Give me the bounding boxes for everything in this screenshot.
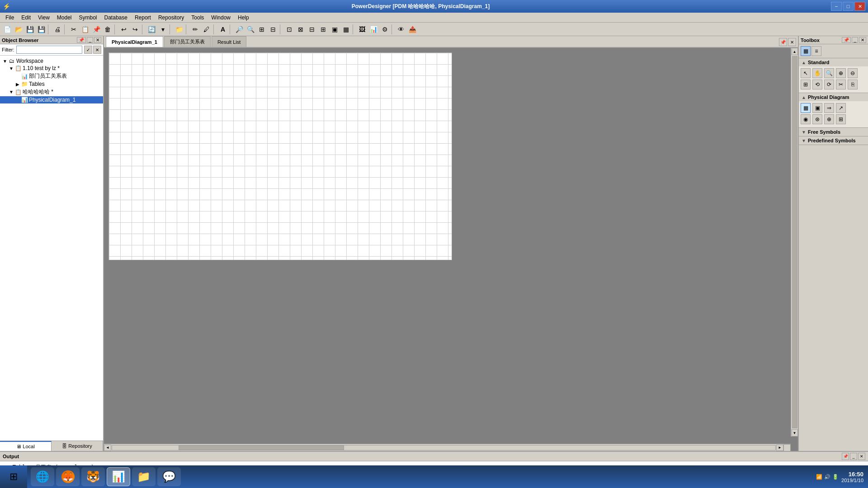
doc-tab-reldiagram[interactable]: 部门员工关系表 [164, 36, 211, 47]
toolbar-zoomout[interactable]: 🔍 [245, 24, 256, 34]
menu-help[interactable]: Help [234, 14, 253, 22]
doc-tab-resultlist[interactable]: Result List [212, 36, 246, 47]
toolbar-saveall[interactable]: 💾 [36, 24, 47, 34]
tool-zoom-plus[interactable]: ⊕ [836, 68, 846, 78]
tool-scissors[interactable]: ✂ [836, 80, 846, 89]
toolbar-redo[interactable]: ↪ [130, 24, 141, 34]
output-close-btn[interactable]: ✕ [858, 453, 865, 460]
tree-diagram-1[interactable]: 📊 部门员工关系表 [0, 72, 103, 80]
ob-tab-local[interactable]: 🖥 Local [0, 441, 52, 451]
ob-minimize-button[interactable]: _ [87, 37, 93, 43]
start-button[interactable]: ⊞ [0, 465, 27, 488]
vscroll-down-btn[interactable]: ▼ [792, 429, 798, 436]
toolbar-bold[interactable]: A [217, 24, 228, 34]
toolbar-save[interactable]: 💾 [24, 24, 35, 34]
output-pin-btn[interactable]: 📌 [842, 453, 849, 460]
ob-pin-button[interactable]: 📌 [77, 37, 86, 43]
tool-note[interactable]: ◉ [801, 114, 811, 124]
taskbar-app-navicat[interactable]: 🐯 [81, 467, 105, 486]
toolbar-cut[interactable]: ✂ [68, 24, 79, 34]
ob-filter-apply[interactable]: ✓ [84, 46, 92, 54]
doc-tab-physdiagram[interactable]: PhysicalDiagram_1 [106, 36, 163, 47]
hscroll-thumb[interactable] [179, 446, 344, 450]
toolbar-align-center[interactable]: ⊠ [295, 24, 306, 34]
taskbar-clock[interactable]: 16:50 2019/1/10 [841, 471, 863, 483]
tool-copy-view[interactable]: ⎘ [848, 80, 858, 89]
tool-link[interactable]: ↗ [836, 103, 846, 113]
ob-close-button[interactable]: ✕ [94, 37, 101, 43]
tool-ref[interactable]: ⇒ [824, 103, 834, 113]
toolbar-open2[interactable]: 📁 [174, 24, 184, 34]
toolbar-paste[interactable]: 📌 [91, 24, 102, 34]
toolbar-dropdown[interactable]: ▾ [157, 24, 168, 34]
toolbar-undo[interactable]: ↩ [118, 24, 129, 34]
expand-model-2[interactable]: ▼ [8, 89, 14, 95]
ob-tab-repository[interactable]: 🗄 Repository [52, 441, 103, 451]
toolbar-pen[interactable]: 🖊 [201, 24, 212, 34]
toolbar-preview[interactable]: 👁 [396, 24, 406, 34]
toolbox-min-btn[interactable]: _ [852, 37, 858, 43]
ob-filter-clear[interactable]: ✕ [93, 46, 101, 54]
taskbar-app-wechat[interactable]: 💬 [157, 467, 181, 486]
hscroll-right-btn[interactable]: ► [776, 445, 783, 451]
tool-zoom[interactable]: 🔍 [824, 68, 834, 78]
toolbar-refresh[interactable]: 🔄 [146, 24, 157, 34]
menu-symbol[interactable]: Symbol [75, 14, 101, 22]
toolbar-open[interactable]: 📂 [13, 24, 24, 34]
toolbar-chart[interactable]: 📊 [368, 24, 379, 34]
tool-rotate-right[interactable]: ⟳ [824, 80, 834, 89]
tool-rotate-left[interactable]: ⟲ [812, 80, 822, 89]
toolbar-zoomin[interactable]: 🔎 [234, 24, 245, 34]
menu-window[interactable]: Window [208, 14, 234, 22]
taskbar-app-chrome[interactable]: 🌐 [31, 467, 54, 486]
tool-table[interactable]: ▦ [801, 103, 811, 113]
menu-view[interactable]: View [34, 14, 53, 22]
tool-paste-view[interactable]: ⊞ [801, 80, 811, 89]
tree-model-1[interactable]: ▼ 📋 1.10 test by lz * [0, 65, 103, 72]
expand-workspace[interactable]: ▼ [2, 58, 8, 64]
tool-pointer[interactable]: ↖ [801, 68, 811, 78]
toolbox-predefsym-header[interactable]: ▼ Predefined Symbols [799, 136, 868, 145]
menu-database[interactable]: Database [101, 14, 131, 22]
toolbox-freesym-header[interactable]: ▼ Free Symbols [799, 128, 868, 136]
tree-physdiagram-1[interactable]: 📊 PhysicalDiagram_1 [0, 96, 103, 103]
toolbox-close-btn[interactable]: ✕ [859, 37, 866, 43]
taskbar-app-powerdesigner[interactable]: 📊 [107, 467, 130, 486]
hscroll-left-btn[interactable]: ◄ [104, 445, 111, 451]
toolbar-img[interactable]: 🖼 [357, 24, 368, 34]
toolbar-align-right[interactable]: ⊟ [307, 24, 317, 34]
toolbar-export[interactable]: 📤 [407, 24, 418, 34]
tool-text[interactable]: ⊛ [812, 114, 822, 124]
expand-model-1[interactable]: ▼ [8, 65, 14, 71]
tool-box[interactable]: ⊕ [824, 114, 834, 124]
doc-pin-btn[interactable]: 📌 [779, 38, 787, 46]
menu-model[interactable]: Model [53, 14, 75, 22]
tool-rect[interactable]: ⊞ [836, 114, 846, 124]
close-button[interactable]: ✕ [854, 2, 865, 11]
tree-workspace[interactable]: ▼ 🗂 Workspace [0, 57, 103, 65]
tree-tables[interactable]: ▶ 📁 Tables [0, 80, 103, 88]
canvas-area[interactable]: ▲ ▼ ◄ ► [104, 48, 798, 451]
taskbar-app-firefox[interactable]: 🦊 [56, 467, 80, 486]
menu-tools[interactable]: Tools [188, 14, 208, 22]
menu-edit[interactable]: Edit [18, 14, 34, 22]
taskbar-app-explorer[interactable]: 📁 [132, 467, 156, 486]
toolbar-zoom-sel[interactable]: ⊟ [268, 24, 278, 34]
tool-view[interactable]: ▣ [812, 103, 822, 113]
toolbar-copy[interactable]: 📋 [80, 24, 90, 34]
toolbox-list-view-btn[interactable]: ≡ [811, 46, 821, 56]
vscroll-thumb[interactable] [792, 56, 797, 428]
toolbox-pin-btn[interactable]: 📌 [842, 37, 851, 43]
toolbar-delete[interactable]: 🗑 [102, 24, 113, 34]
toolbar-pencil[interactable]: ✏ [190, 24, 201, 34]
toolbar-align-mid[interactable]: ▣ [329, 24, 340, 34]
expand-tables[interactable]: ▶ [14, 81, 21, 87]
tree-model-2[interactable]: ▼ 📋 哈哈哈哈哈 * [0, 88, 103, 96]
hscroll-track[interactable] [112, 445, 776, 450]
vscroll-up-btn[interactable]: ▲ [792, 48, 798, 55]
tool-hand[interactable]: ✋ [812, 68, 822, 78]
doc-close-btn[interactable]: ✕ [788, 38, 796, 46]
output-min-btn[interactable]: _ [850, 453, 857, 460]
toolbox-grid-view-btn[interactable]: ▦ [801, 46, 811, 56]
toolbox-physdiagram-header[interactable]: ▲ Physical Diagram [799, 93, 868, 101]
